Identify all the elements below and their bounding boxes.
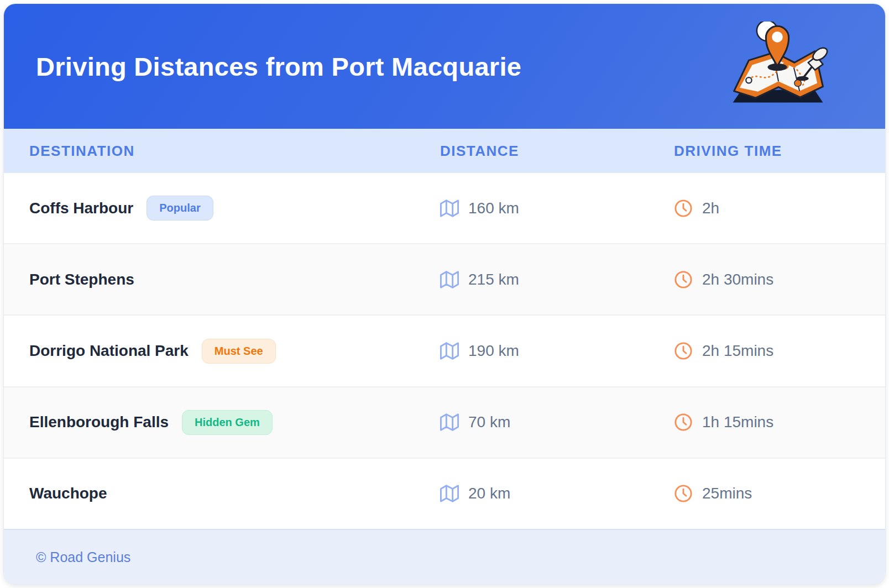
clock-icon bbox=[674, 270, 693, 289]
driving-time-value: 25mins bbox=[702, 485, 752, 502]
destination-cell: Port Stephens bbox=[29, 271, 440, 288]
distance-cell: 190 km bbox=[440, 342, 674, 360]
column-header-destination: DESTINATION bbox=[29, 143, 440, 160]
status-badge: Must See bbox=[202, 339, 276, 364]
driving-time-cell: 2h 30mins bbox=[674, 270, 860, 289]
destination-cell: Wauchope bbox=[29, 485, 440, 502]
map-icon bbox=[440, 413, 459, 432]
status-badge: Hidden Gem bbox=[182, 410, 273, 435]
destination-cell: Dorrigo National Park Must See bbox=[29, 339, 440, 364]
destination-cell: Coffs Harbour Popular bbox=[29, 196, 440, 221]
clock-icon bbox=[674, 484, 693, 503]
driving-time-cell: 1h 15mins bbox=[674, 413, 860, 432]
destination-cell: Ellenborough Falls Hidden Gem bbox=[29, 410, 440, 435]
destination-name: Coffs Harbour bbox=[29, 200, 133, 217]
hero-header: Driving Distances from Port Macquarie bbox=[4, 4, 885, 129]
distance-value: 215 km bbox=[468, 271, 519, 288]
distance-value: 20 km bbox=[468, 485, 510, 502]
map-icon bbox=[440, 484, 459, 503]
column-header-driving-time: DRIVING TIME bbox=[674, 143, 860, 160]
destination-name: Port Stephens bbox=[29, 271, 134, 288]
table-row: Wauchope 20 km 25mins bbox=[4, 459, 885, 529]
destination-name: Ellenborough Falls bbox=[29, 413, 169, 431]
clock-icon bbox=[674, 199, 693, 218]
distance-cell: 160 km bbox=[440, 199, 674, 218]
table-body: Coffs Harbour Popular 160 km 2h Port Ste… bbox=[4, 173, 885, 529]
table-header-row: DESTINATION DISTANCE DRIVING TIME bbox=[4, 129, 885, 173]
map-icon bbox=[440, 270, 459, 289]
distance-cell: 70 km bbox=[440, 413, 674, 432]
folded-map-illustration-icon bbox=[725, 22, 830, 113]
driving-distances-card: Driving Distances from Port Macquarie bbox=[3, 3, 886, 585]
driving-time-cell: 2h bbox=[674, 199, 860, 218]
destination-name: Wauchope bbox=[29, 485, 107, 502]
driving-time-value: 2h 30mins bbox=[702, 271, 773, 288]
map-icon bbox=[440, 199, 459, 218]
clock-icon bbox=[674, 342, 693, 360]
distance-value: 160 km bbox=[468, 200, 519, 217]
driving-time-cell: 2h 15mins bbox=[674, 342, 860, 360]
page-title: Driving Distances from Port Macquarie bbox=[36, 51, 521, 82]
column-header-distance: DISTANCE bbox=[440, 143, 674, 160]
table-row: Ellenborough Falls Hidden Gem 70 km 1h 1… bbox=[4, 387, 885, 459]
card-footer: © Road Genius bbox=[4, 529, 885, 584]
distance-value: 190 km bbox=[468, 342, 519, 360]
status-badge: Popular bbox=[147, 196, 213, 221]
distance-value: 70 km bbox=[468, 413, 510, 431]
destination-name: Dorrigo National Park bbox=[29, 342, 189, 360]
credit-text: © Road Genius bbox=[36, 549, 130, 565]
driving-time-cell: 25mins bbox=[674, 484, 860, 503]
table-row: Dorrigo National Park Must See 190 km 2h… bbox=[4, 316, 885, 387]
table-row: Coffs Harbour Popular 160 km 2h bbox=[4, 173, 885, 244]
distance-cell: 20 km bbox=[440, 484, 674, 503]
driving-time-value: 2h 15mins bbox=[702, 342, 773, 360]
clock-icon bbox=[674, 413, 693, 432]
driving-time-value: 2h bbox=[702, 200, 719, 217]
map-icon bbox=[440, 342, 459, 360]
driving-time-value: 1h 15mins bbox=[702, 413, 773, 431]
distance-cell: 215 km bbox=[440, 270, 674, 289]
table-row: Port Stephens 215 km 2h 30mins bbox=[4, 244, 885, 316]
